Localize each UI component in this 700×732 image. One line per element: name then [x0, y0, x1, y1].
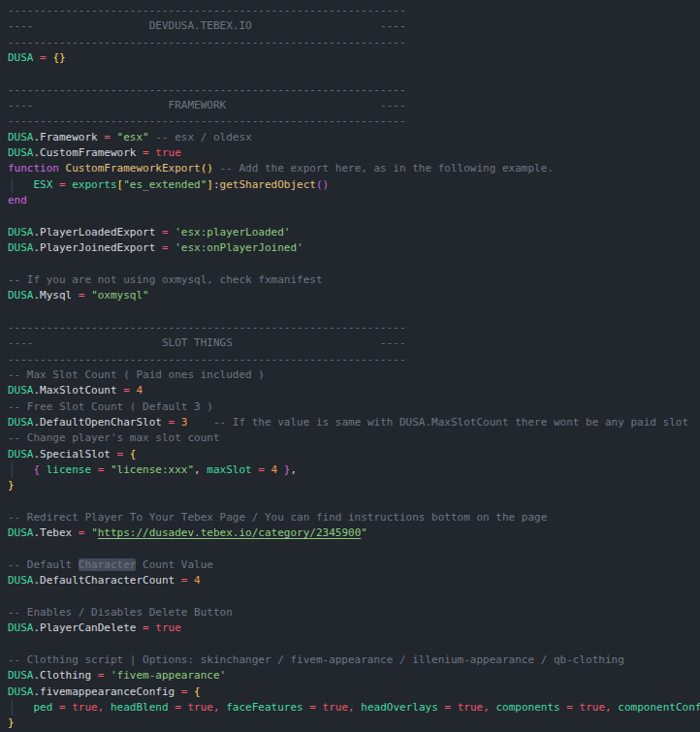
code-token-o: =	[175, 685, 194, 698]
code-token-v: headBlend	[111, 701, 169, 714]
code-token-o: =	[52, 178, 72, 191]
code-line-7[interactable]: ---- FRAMEWORK ----	[8, 98, 700, 113]
code-line-15[interactable]: DUSA.PlayerLoadedExport = 'esx:playerLoa…	[8, 225, 700, 240]
code-token-cm: -- Enables / Disables Delete Button	[8, 606, 233, 619]
code-editor[interactable]: ----------------------------------------…	[0, 0, 700, 732]
code-line-6[interactable]: ----------------------------------------…	[8, 82, 700, 98]
code-token-o: ,	[98, 701, 111, 714]
code-token-o: =	[560, 701, 580, 714]
code-line-1[interactable]: ----------------------------------------…	[8, 3, 700, 18]
code-token-p: :	[213, 178, 220, 191]
code-token-o: =	[72, 526, 91, 539]
code-token-cm: -- Redirect Player To Your Tebex Page / …	[8, 511, 547, 524]
code-line-30[interactable]: { license = "license:xxx", maxSlot = 4 }…	[8, 462, 700, 478]
code-line-14[interactable]	[8, 208, 700, 224]
code-token-p: .Mysql	[34, 289, 73, 302]
code-token-s: "es_extended"	[123, 178, 207, 191]
code-token-v: DUSA	[8, 685, 34, 698]
code-token-cm: ----------------------------------------…	[8, 321, 406, 334]
code-token-o: ,	[483, 701, 495, 714]
code-token-p: .MaxSlotCount	[34, 384, 117, 397]
code-line-46[interactable]: }	[8, 716, 700, 731]
code-line-36[interactable]: -- Default Character Count Value	[8, 557, 700, 573]
code-line-34[interactable]: DUSA.Tebex = "https://dusadev.tebex.io/c…	[8, 525, 700, 541]
code-line-26[interactable]: -- Free Slot Count ( Default 3 )	[8, 399, 700, 415]
code-line-27[interactable]: DUSA.DefaultOpenCharSlot = 3 -- If the v…	[8, 415, 700, 430]
code-token-p: .fivemappearanceConfig	[34, 685, 175, 698]
code-line-43[interactable]: DUSA.Clothing = 'fivem-appearance'	[8, 668, 700, 684]
code-line-40[interactable]: DUSA.PlayerCanDelete = true	[8, 621, 700, 636]
code-line-8[interactable]: ----------------------------------------…	[8, 113, 700, 129]
code-token-y: }	[8, 479, 15, 492]
code-token-n: 4	[136, 384, 143, 397]
code-line-2[interactable]: ---- DEVDUSA.TEBEX.IO ----	[8, 18, 700, 34]
code-token-o: =	[438, 701, 458, 714]
occurrence-highlight: Character	[79, 558, 137, 571]
code-token-p	[40, 463, 47, 476]
code-line-24[interactable]: -- Max Slot Count ( Paid ones included )	[8, 367, 700, 383]
code-token-o: =	[155, 241, 175, 254]
code-token-y: {}	[52, 51, 65, 64]
code-token-o: ,	[213, 701, 226, 714]
code-line-11[interactable]: function CustomFrameworkExport() -- Add …	[8, 161, 700, 176]
code-token-b: true	[187, 701, 213, 714]
code-line-37[interactable]: DUSA.DefaultCharacterCount = 4	[8, 573, 700, 589]
code-line-18[interactable]: -- If you are not using oxmysql, check f…	[8, 272, 700, 288]
tebex-link[interactable]: https://dusadev.tebex.io/category/234590…	[98, 526, 362, 539]
code-line-22[interactable]: ---- SLOT THINGS ----	[8, 335, 700, 351]
code-line-29[interactable]: DUSA.SpecialSlot = {	[8, 447, 700, 462]
code-token-v: DUSA	[8, 384, 34, 397]
code-line-39[interactable]: -- Enables / Disables Delete Button	[8, 605, 700, 621]
code-token-v: DUSA	[8, 416, 34, 429]
code-token-cm: ----------------------------------------…	[8, 353, 406, 366]
code-line-28[interactable]: -- Change player's max slot count	[8, 430, 700, 446]
code-line-32[interactable]	[8, 494, 700, 510]
code-area[interactable]: ----------------------------------------…	[8, 3, 700, 732]
code-line-25[interactable]: DUSA.MaxSlotCount = 4	[8, 383, 700, 398]
code-line-42[interactable]: -- Clothing script | Options: skinchange…	[8, 652, 700, 668]
code-line-20[interactable]	[8, 304, 700, 320]
code-token-b: true	[72, 701, 98, 714]
code-token-p: ,	[290, 463, 297, 476]
code-token-v: maxSlot	[207, 463, 251, 476]
code-line-35[interactable]	[8, 542, 700, 557]
code-line-23[interactable]: ----------------------------------------…	[8, 352, 700, 367]
code-token-o: =	[72, 289, 91, 302]
code-line-5[interactable]	[8, 66, 700, 81]
code-token-p: .DefaultOpenCharSlot	[34, 416, 162, 429]
code-token-b: true	[458, 701, 484, 714]
code-line-41[interactable]	[8, 637, 700, 652]
code-token-y: ]	[207, 178, 213, 191]
code-line-17[interactable]	[8, 257, 700, 272]
code-line-44[interactable]: DUSA.fivemappearanceConfig = {	[8, 684, 700, 700]
code-line-12[interactable]: ESX = exports["es_extended"]:getSharedOb…	[8, 177, 700, 193]
code-token-v: ped	[34, 701, 53, 714]
code-line-10[interactable]: DUSA.CustomFramework = true	[8, 145, 700, 161]
code-token-v: DUSA	[8, 448, 34, 461]
code-token-s: "oxmysql"	[91, 289, 149, 302]
code-line-9[interactable]: DUSA.Framework = "esx" -- esx / oldesx	[8, 130, 700, 145]
code-token-v: license	[47, 463, 91, 476]
code-line-45[interactable]: ped = true, headBlend = true, faceFeatur…	[8, 700, 700, 716]
code-token-b: true	[580, 701, 606, 714]
code-line-38[interactable]	[8, 589, 700, 605]
code-line-19[interactable]: DUSA.Mysql = "oxmysql"	[8, 288, 700, 303]
code-token-v: exports	[72, 178, 116, 191]
code-token-y: ()	[201, 162, 213, 175]
code-line-3[interactable]: ----------------------------------------…	[8, 35, 700, 50]
code-token-cm: -- Free Slot Count ( Default 3 )	[8, 400, 213, 413]
code-token-k: function	[8, 162, 66, 175]
code-token-cm: ---- DEVDUSA.TEBEX.IO ----	[8, 19, 406, 32]
code-line-21[interactable]: ----------------------------------------…	[8, 320, 700, 335]
code-token-s: "esx"	[117, 131, 149, 143]
code-line-16[interactable]: DUSA.PlayerJoinedExport = 'esx:onPlayerJ…	[8, 240, 700, 256]
code-token-p	[277, 463, 284, 476]
code-token-p: .PlayerLoadedExport	[34, 226, 156, 239]
code-line-4[interactable]: DUSA = {}	[8, 50, 700, 66]
code-line-13[interactable]: end	[8, 193, 700, 208]
code-line-31[interactable]: }	[8, 478, 700, 493]
code-token-o: =	[175, 574, 194, 587]
code-line-33[interactable]: -- Redirect Player To Your Tebex Page / …	[8, 510, 700, 525]
code-token-o: =	[34, 51, 53, 64]
code-token-cm: -- Max Slot Count ( Paid ones included )	[8, 368, 265, 381]
